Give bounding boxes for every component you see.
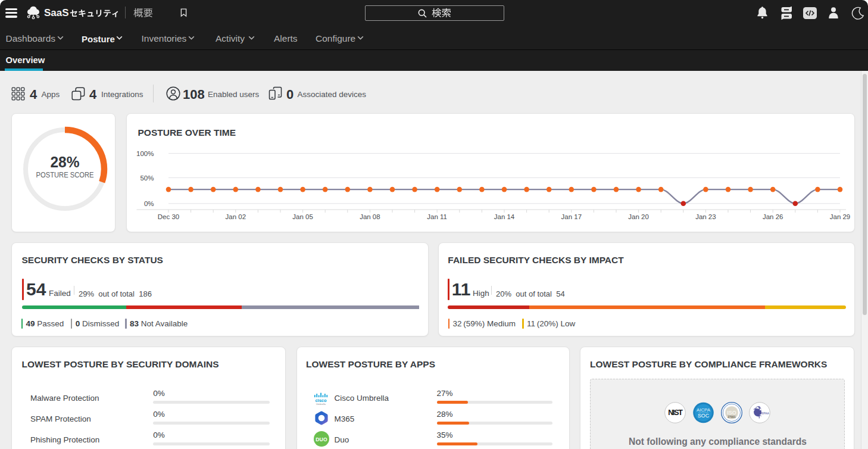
svg-text:Dec 30: Dec 30 (158, 213, 179, 220)
svg-text:Jan 29: Jan 29 (830, 213, 851, 220)
svg-text:Jan 11: Jan 11 (427, 213, 447, 220)
svg-text:100%: 100% (136, 150, 154, 157)
svg-text:DUO: DUO (316, 436, 327, 442)
svg-text:AICPA: AICPA (697, 407, 711, 413)
svg-text:28%: 28% (51, 153, 80, 171)
svg-text:Umbrella: Umbrella (316, 403, 326, 406)
svg-text:Jan 17: Jan 17 (561, 213, 582, 220)
svg-text:Jan 23: Jan 23 (695, 213, 716, 220)
svg-text:Jan 02: Jan 02 (226, 213, 246, 220)
svg-text:SOC: SOC (698, 413, 710, 419)
svg-text:50%: 50% (140, 174, 154, 182)
svg-text:Jan 26: Jan 26 (763, 213, 783, 220)
svg-text:Jan 14: Jan 14 (494, 213, 515, 220)
svg-text:0%: 0% (144, 200, 154, 207)
svg-text:POSTURE SCORE: POSTURE SCORE (36, 171, 94, 179)
svg-text:Jan 20: Jan 20 (628, 213, 649, 220)
svg-text:ISO: ISO (728, 410, 737, 416)
svg-text:27001: 27001 (728, 416, 736, 419)
svg-text:Jan 08: Jan 08 (360, 213, 380, 220)
svg-text:NIST: NIST (669, 409, 683, 417)
svg-text:Jan 05: Jan 05 (292, 213, 313, 220)
svg-text:HIPAA: HIPAA (761, 411, 770, 415)
